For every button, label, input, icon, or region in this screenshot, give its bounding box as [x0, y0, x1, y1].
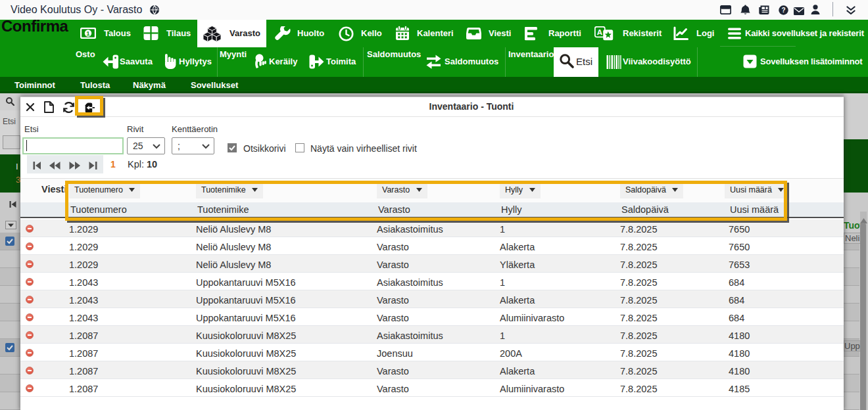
svg-text:A: A: [597, 28, 602, 36]
svg-text:?: ?: [781, 7, 785, 14]
svg-text:1: 1: [86, 30, 90, 37]
